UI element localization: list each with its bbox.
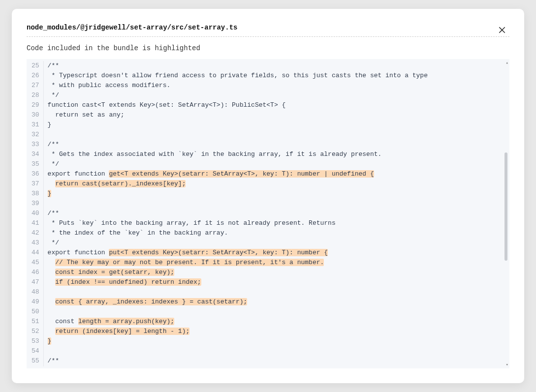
line-number-gutter: 2526272829303132333435363738394041424344… bbox=[27, 61, 43, 366]
code-line: export function put<T extends Key>(setar… bbox=[48, 248, 509, 258]
code-text: * Gets the index associated with `key` i… bbox=[48, 151, 382, 158]
code-line: * with public access modifiers. bbox=[48, 81, 509, 90]
line-number: 40 bbox=[32, 209, 39, 218]
code-line: */ bbox=[48, 90, 509, 100]
code-text: return set as any; bbox=[48, 111, 125, 119]
code-line: return cast(setarr)._indexes[key]; bbox=[48, 179, 509, 189]
line-number: 46 bbox=[32, 268, 39, 277]
code-line: * Gets the index associated with `key` i… bbox=[48, 150, 509, 159]
highlighted-code: return (indexes[key] = length - 1); bbox=[55, 328, 189, 335]
code-line bbox=[48, 346, 509, 356]
highlighted-code: } bbox=[48, 190, 52, 197]
code-text: export function bbox=[48, 249, 109, 256]
code-text: * the index of the `key` in the backing … bbox=[48, 229, 228, 237]
source-viewer-modal: node_modules/@jridgewell/set-array/src/s… bbox=[12, 9, 524, 383]
close-button[interactable] bbox=[495, 23, 509, 37]
line-number: 41 bbox=[32, 218, 39, 228]
code-text: /** bbox=[48, 141, 59, 148]
code-line: /** bbox=[48, 356, 509, 366]
close-icon bbox=[498, 26, 506, 34]
line-number: 45 bbox=[32, 258, 39, 268]
code-text: */ bbox=[48, 239, 59, 246]
line-number: 25 bbox=[32, 61, 39, 71]
highlighted-code: length = array.push(key); bbox=[78, 318, 174, 325]
code-text: */ bbox=[48, 160, 59, 168]
code-text bbox=[48, 278, 56, 286]
code-line: const { array, _indexes: indexes } = cas… bbox=[48, 297, 509, 307]
highlight-legend: Code included in the bundle is highlight… bbox=[12, 37, 524, 59]
highlighted-code: // The key may or may not be present. If… bbox=[55, 259, 324, 266]
scroll-arrow-down-icon[interactable]: ▾ bbox=[506, 362, 508, 367]
line-number: 55 bbox=[32, 356, 39, 366]
code-line: function cast<T extends Key>(set: SetArr… bbox=[48, 100, 509, 110]
line-number: 42 bbox=[32, 228, 39, 238]
line-number: 47 bbox=[32, 277, 39, 287]
line-number: 49 bbox=[32, 297, 39, 307]
code-scroll[interactable]: 2526272829303132333435363738394041424344… bbox=[27, 59, 509, 368]
code-text: function cast<T extends Key>(set: SetArr… bbox=[48, 101, 286, 109]
line-number: 36 bbox=[32, 169, 39, 179]
code-line: return set as any; bbox=[48, 110, 509, 120]
code-line bbox=[48, 199, 509, 209]
highlighted-code: const index = get(setarr, key); bbox=[55, 269, 174, 276]
code-line: return (indexes[key] = length - 1); bbox=[48, 327, 509, 336]
code-line: /** bbox=[48, 61, 509, 71]
line-number: 37 bbox=[32, 179, 39, 189]
code-line bbox=[48, 130, 509, 140]
code-text: const bbox=[48, 318, 78, 325]
line-number: 51 bbox=[32, 317, 39, 327]
code-text: * Puts `key` into the backing array, if … bbox=[48, 219, 336, 227]
code-text bbox=[48, 180, 56, 187]
code-text: /** bbox=[48, 210, 59, 217]
code-line: * Puts `key` into the backing array, if … bbox=[48, 218, 509, 228]
code-line: const index = get(setarr, key); bbox=[48, 268, 509, 277]
code-line: /** bbox=[48, 209, 509, 218]
line-number: 29 bbox=[32, 100, 39, 110]
line-number: 35 bbox=[32, 159, 39, 169]
line-number: 43 bbox=[32, 238, 39, 248]
line-number: 50 bbox=[32, 307, 39, 317]
scrollbar-thumb[interactable] bbox=[504, 152, 507, 261]
code-line: } bbox=[48, 120, 509, 130]
code-text: */ bbox=[48, 91, 59, 99]
code-text: /** bbox=[48, 357, 59, 364]
code-line: const length = array.push(key); bbox=[48, 317, 509, 327]
code-line: * Typescript doesn't allow friend access… bbox=[48, 71, 509, 81]
highlighted-code: const { array, _indexes: indexes } = cas… bbox=[55, 298, 247, 305]
code-line: */ bbox=[48, 159, 509, 169]
line-number: 44 bbox=[32, 248, 39, 258]
line-number: 34 bbox=[32, 150, 39, 159]
line-number: 53 bbox=[32, 336, 39, 346]
code-text: /** bbox=[48, 62, 59, 69]
code-text bbox=[48, 269, 56, 276]
highlighted-code: return cast(setarr)._indexes[key]; bbox=[55, 180, 186, 187]
code-line: export function get<T extends Key>(setar… bbox=[48, 169, 509, 179]
line-number: 48 bbox=[32, 287, 39, 297]
code-line: } bbox=[48, 189, 509, 199]
line-number: 39 bbox=[32, 199, 39, 209]
highlighted-code: } bbox=[48, 337, 52, 345]
code-text bbox=[48, 298, 56, 305]
code-line: // The key may or may not be present. If… bbox=[48, 258, 509, 268]
code-line bbox=[48, 307, 509, 317]
modal-header: node_modules/@jridgewell/set-array/src/s… bbox=[12, 9, 524, 37]
code-line: */ bbox=[48, 238, 509, 248]
code-text: * Typescript doesn't allow friend access… bbox=[48, 72, 428, 79]
code-content: /** * Typescript doesn't allow friend ac… bbox=[43, 61, 509, 366]
code-line bbox=[48, 287, 509, 297]
scroll-arrow-up-icon[interactable]: ▴ bbox=[506, 60, 508, 65]
code-line: * the index of the `key` in the backing … bbox=[48, 228, 509, 238]
code-text bbox=[48, 328, 56, 335]
code-text bbox=[48, 259, 56, 266]
code-line: if (index !== undefined) return index; bbox=[48, 277, 509, 287]
line-number: 28 bbox=[32, 90, 39, 100]
line-number: 30 bbox=[32, 110, 39, 120]
line-number: 27 bbox=[32, 81, 39, 90]
code-viewer: 2526272829303132333435363738394041424344… bbox=[27, 59, 509, 368]
highlighted-code: get<T extends Key>(setarr: SetArray<T>, … bbox=[109, 170, 374, 178]
line-number: 54 bbox=[32, 346, 39, 356]
highlighted-code: if (index !== undefined) return index; bbox=[55, 278, 201, 286]
code-text: } bbox=[48, 121, 52, 128]
code-text: export function bbox=[48, 170, 109, 178]
line-number: 52 bbox=[32, 327, 39, 336]
